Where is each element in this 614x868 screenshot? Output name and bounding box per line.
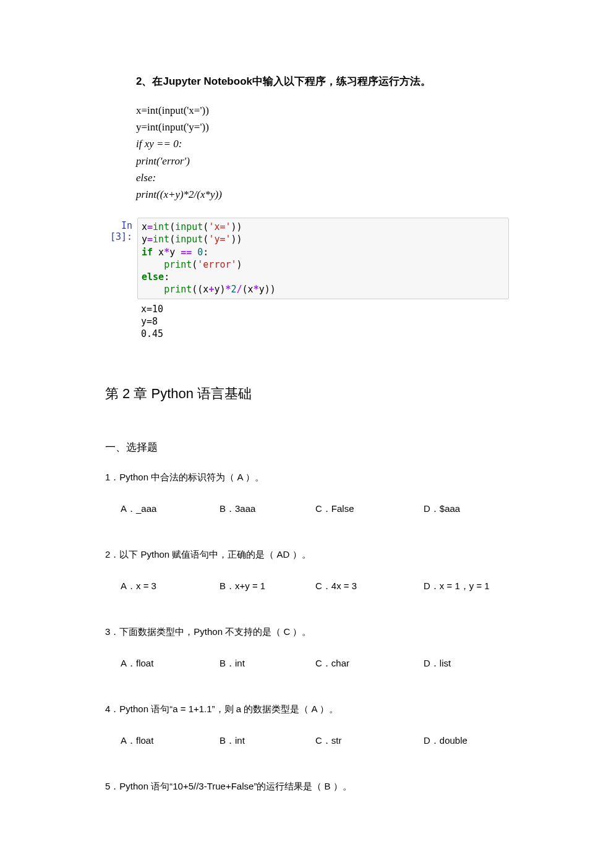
q4-stem: 4．Python 语句“a = 1+1.1”，则 a 的数据类型是（ A ）。 xyxy=(105,702,509,717)
pc-l5: else: xyxy=(136,172,156,184)
input-prompt: In [3]: xyxy=(105,218,137,242)
q1-opt-d: D．$aaa xyxy=(424,502,509,516)
q3-opt-b: B．int xyxy=(220,657,315,671)
q3-opt-a: A．float xyxy=(121,657,220,671)
q3-opt-c: C．char xyxy=(315,657,424,671)
pc-l1: x=int(input('x=')) xyxy=(136,104,209,116)
out-l3: 0.45 xyxy=(141,328,163,339)
q1-stem: 1．Python 中合法的标识符为（ A ）。 xyxy=(105,470,509,485)
q4-opt-d: D．double xyxy=(424,734,509,748)
q4-opt-c: C．str xyxy=(315,734,424,748)
question-1: 1．Python 中合法的标识符为（ A ）。 A．_aaa B．3aaa C．… xyxy=(105,470,509,516)
pseudo-code-block: x=int(input('x=')) y=int(input('y=')) if… xyxy=(136,102,509,203)
pc-l3: if xy == 0: xyxy=(136,138,182,150)
q4-opt-b: B．int xyxy=(220,734,315,748)
pc-l6: print((x+y)*2/(x*y)) xyxy=(136,189,222,200)
pc-l4: print('error') xyxy=(136,155,190,167)
chapter-title: 第 2 章 Python 语言基础 xyxy=(105,385,509,403)
question-4: 4．Python 语句“a = 1+1.1”，则 a 的数据类型是（ A ）。 … xyxy=(105,702,509,747)
q1-opt-a: A．_aaa xyxy=(121,502,220,516)
question-2: 2．以下 Python 赋值语句中，正确的是（ AD ）。 A．x = 3 B．… xyxy=(105,548,509,593)
q1-opt-c: C．False xyxy=(315,502,424,516)
q4-opt-a: A．float xyxy=(121,734,220,748)
q3-stem: 3．下面数据类型中，Python 不支持的是（ C ）。 xyxy=(105,625,509,639)
q3-opt-d: D．list xyxy=(424,657,509,671)
section-title: 一、选择题 xyxy=(105,440,509,454)
jupyter-cell: In [3]: x=int(input('x=')) y=int(input('… xyxy=(105,218,509,299)
q5-stem: 5．Python 语句“10+5//3-True+False”的运行结果是（ B… xyxy=(105,780,509,794)
question-3: 3．下面数据类型中，Python 不支持的是（ C ）。 A．float B．i… xyxy=(105,625,509,670)
q2-opt-b: B．x+y = 1 xyxy=(220,579,315,594)
out-l1: x=10 xyxy=(141,304,163,315)
out-l2: y=8 xyxy=(141,316,158,327)
q1-opt-b: B．3aaa xyxy=(220,502,315,516)
exercise-title: 2、在Jupyter Notebook中输入以下程序，练习程序运行方法。 xyxy=(136,74,509,88)
code-input-area: x=int(input('x=')) y=int(input('y=')) if… xyxy=(137,218,509,299)
q2-opt-a: A．x = 3 xyxy=(121,579,220,594)
cell-output: x=10 y=8 0.45 xyxy=(137,299,509,342)
q2-opt-d: D．x = 1，y = 1 xyxy=(424,579,509,594)
question-5: 5．Python 语句“10+5//3-True+False”的运行结果是（ B… xyxy=(105,780,509,794)
pc-l2: y=int(input('y=')) xyxy=(136,121,209,133)
q2-stem: 2．以下 Python 赋值语句中，正确的是（ AD ）。 xyxy=(105,548,509,562)
q2-opt-c: C．4x = 3 xyxy=(315,579,424,594)
